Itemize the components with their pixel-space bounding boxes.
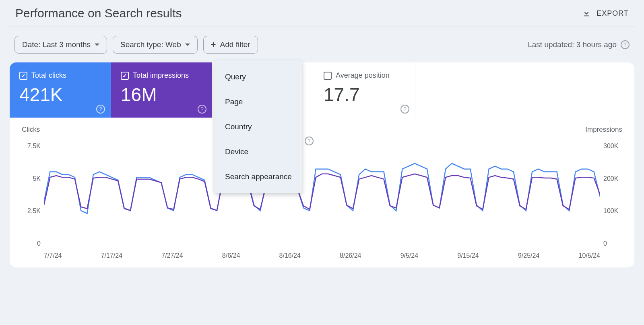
dropdown-item-device[interactable]: Device bbox=[215, 139, 302, 164]
date-filter-label: Date: Last 3 months bbox=[22, 40, 91, 49]
metric-position-label: Average position bbox=[336, 71, 390, 80]
page-title: Performance on Search results bbox=[15, 6, 182, 20]
metric-position-value: 17.7 bbox=[324, 84, 407, 106]
help-icon[interactable]: ? bbox=[305, 137, 314, 145]
metric-impressions-label: Total impressions bbox=[133, 71, 189, 80]
date-filter-chip[interactable]: Date: Last 3 months bbox=[14, 36, 107, 54]
checkbox-checked-icon bbox=[19, 72, 27, 80]
search-type-label: Search type: Web bbox=[120, 40, 181, 49]
help-icon[interactable]: ? bbox=[621, 40, 630, 49]
add-filter-label: Add filter bbox=[220, 40, 250, 49]
chart-plot bbox=[44, 143, 600, 247]
y-axis-right-ticks: 300K 200K 100K 0 bbox=[600, 143, 622, 247]
chevron-down-icon bbox=[185, 43, 190, 46]
metric-impressions-value: 16M bbox=[121, 84, 204, 106]
y-axis-left-ticks: 7.5K 5K 2.5K 0 bbox=[22, 143, 44, 247]
export-label: EXPORT bbox=[597, 9, 629, 18]
metric-total-impressions[interactable]: Total impressions 16M ? bbox=[111, 62, 213, 118]
checkbox-checked-icon bbox=[121, 72, 129, 80]
plus-icon: + bbox=[211, 40, 216, 49]
checkbox-unchecked-icon bbox=[324, 72, 332, 80]
performance-card: Total clicks 421K ? Total impressions 16… bbox=[10, 62, 634, 267]
chevron-down-icon bbox=[95, 43, 99, 46]
add-filter-dropdown: Query Page Country Device Search appeara… bbox=[215, 60, 302, 193]
metric-clicks-value: 421K bbox=[19, 84, 103, 106]
download-icon bbox=[582, 9, 591, 18]
help-icon[interactable]: ? bbox=[400, 105, 409, 114]
y-axis-right-label: Impressions bbox=[585, 126, 622, 134]
export-button[interactable]: EXPORT bbox=[582, 9, 629, 18]
search-type-chip[interactable]: Search type: Web bbox=[113, 36, 198, 54]
metric-total-clicks[interactable]: Total clicks 421K ? bbox=[10, 62, 111, 118]
metric-average-position[interactable]: Average position 17.7 ? bbox=[314, 62, 415, 118]
dropdown-item-page[interactable]: Page bbox=[215, 89, 302, 114]
help-icon[interactable]: ? bbox=[96, 105, 105, 114]
chart: Clicks Impressions 7.5K 5K 2.5K 0 300K 2… bbox=[10, 118, 634, 259]
add-filter-button[interactable]: + Add filter bbox=[203, 36, 258, 54]
last-updated-text: Last updated: 3 hours ago bbox=[528, 40, 617, 49]
metric-clicks-label: Total clicks bbox=[31, 71, 66, 80]
dropdown-item-query[interactable]: Query bbox=[215, 64, 302, 89]
help-icon[interactable]: ? bbox=[198, 105, 206, 114]
dropdown-item-search-appearance[interactable]: Search appearance bbox=[215, 164, 302, 189]
x-axis-ticks: 7/7/24 7/17/24 7/27/24 8/6/24 8/16/24 8/… bbox=[44, 252, 600, 259]
dropdown-item-country[interactable]: Country bbox=[215, 114, 302, 139]
y-axis-left-label: Clicks bbox=[22, 126, 40, 134]
